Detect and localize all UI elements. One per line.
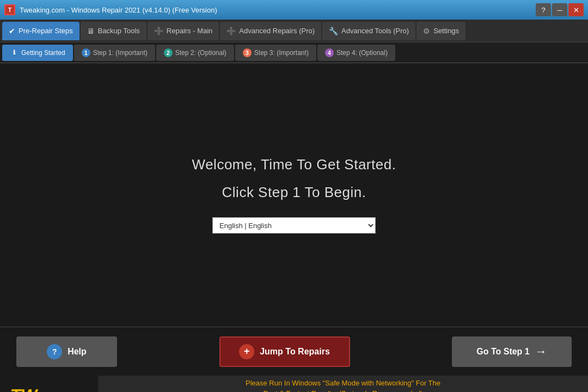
step3-label: Step 3: (Important)	[254, 49, 309, 57]
tab-backup-tools[interactable]: 🖥 Backup Tools	[81, 22, 146, 40]
action-bar: ? Help + Jump To Repairs Go To Step 1 →	[0, 327, 588, 376]
close-button[interactable]: ✕	[568, 3, 584, 16]
tab-step2[interactable]: 2 Step 2: (Optional)	[156, 45, 234, 61]
tab-step1[interactable]: 1 Step 1: (Important)	[74, 45, 155, 61]
safe-mode-text: Please Run In Windows "Safe Mode with Ne…	[246, 378, 440, 393]
title-bar-controls: ? ─ ✕	[536, 3, 584, 16]
tab-advanced-repairs[interactable]: ➕ Advanced Repairs (Pro)	[220, 22, 321, 40]
title-bar: T Tweaking.com - Windows Repair 2021 (v4…	[0, 0, 588, 20]
arrow-right-icon: →	[535, 345, 547, 359]
logo-box: TW EAKING .com	[5, 381, 92, 393]
jump-plus-icon: +	[239, 344, 254, 359]
safe-mode-line2: Best & Fastest Results. (Seriously Recom…	[246, 388, 440, 392]
help-icon: ?	[47, 344, 62, 359]
adv-tools-icon: 🔧	[329, 27, 338, 35]
settings-icon: ⚙	[423, 27, 430, 35]
pre-repair-icon: ✔	[9, 27, 15, 35]
goto-label: Go To Step 1	[476, 347, 529, 357]
repairs-icon: ➕	[154, 27, 163, 35]
step3-num: 3	[243, 48, 252, 57]
step-tabs: ℹ Getting Started 1 Step 1: (Important) …	[0, 42, 588, 63]
jump-to-repairs-button[interactable]: + Jump To Repairs	[219, 336, 350, 367]
footer-right: Please Run In Windows "Safe Mode with Ne…	[98, 378, 588, 393]
tab-pre-repair-label: Pre-Repair Steps	[19, 27, 73, 35]
menu-bar: ✔ Pre-Repair Steps 🖥 Backup Tools ➕ Repa…	[0, 20, 588, 42]
tab-pre-repair[interactable]: ✔ Pre-Repair Steps	[2, 22, 79, 40]
app-icon: T	[4, 4, 15, 15]
begin-text: Click Step 1 To Begin.	[222, 184, 366, 201]
adv-repairs-icon: ➕	[226, 27, 236, 35]
welcome-text: Welcome, Time To Get Started.	[192, 156, 396, 173]
go-to-step-button[interactable]: Go To Step 1 →	[452, 336, 572, 367]
svg-text:T: T	[8, 7, 11, 13]
step4-label: Step 4: (Optional)	[336, 49, 388, 57]
step-info-icon: ℹ	[10, 48, 19, 57]
logo-eaking: EAKING	[37, 389, 88, 393]
help-button[interactable]: ? Help	[16, 336, 117, 367]
step-getting-started-label: Getting Started	[21, 49, 65, 57]
tab-getting-started[interactable]: ℹ Getting Started	[2, 45, 73, 61]
step2-num: 2	[164, 48, 173, 57]
tab-repairs-main[interactable]: ➕ Repairs - Main	[148, 22, 219, 40]
help-window-button[interactable]: ?	[536, 3, 551, 16]
tab-settings-label: Settings	[433, 27, 459, 35]
backup-icon: 🖥	[87, 27, 95, 35]
tab-adv-tools-label: Advanced Tools (Pro)	[341, 27, 409, 35]
jump-label: Jump To Repairs	[260, 347, 330, 357]
step2-label: Step 2: (Optional)	[175, 49, 226, 57]
tab-repairs-label: Repairs - Main	[167, 27, 213, 35]
tab-step4[interactable]: 4 Step 4: (Optional)	[317, 45, 395, 61]
help-label: Help	[68, 347, 87, 357]
safe-mode-line1: Please Run In Windows "Safe Mode with Ne…	[246, 378, 440, 389]
tab-step3[interactable]: 3 Step 3: (Important)	[235, 45, 316, 61]
main-content: Welcome, Time To Get Started. Click Step…	[0, 63, 588, 327]
step1-num: 1	[82, 48, 90, 57]
logo-main: TW EAKING	[10, 385, 88, 393]
footer: TW EAKING .com Please Run In Windows "Sa…	[0, 376, 588, 392]
tab-adv-repairs-label: Advanced Repairs (Pro)	[239, 27, 315, 35]
title-text: Tweaking.com - Windows Repair 2021 (v4.1…	[20, 6, 217, 14]
tab-settings[interactable]: ⚙ Settings	[416, 22, 465, 40]
language-select[interactable]: English | English French | Français Germ…	[212, 217, 376, 234]
language-select-wrapper: English | English French | Français Germ…	[212, 217, 376, 234]
tab-backup-label: Backup Tools	[98, 27, 140, 35]
logo-tw: TW	[10, 385, 37, 393]
minimize-button[interactable]: ─	[552, 3, 567, 16]
step4-num: 4	[325, 48, 334, 57]
tab-advanced-tools[interactable]: 🔧 Advanced Tools (Pro)	[322, 22, 415, 40]
footer-logo: TW EAKING .com	[0, 376, 98, 392]
step1-label: Step 1: (Important)	[93, 49, 148, 57]
title-bar-left: T Tweaking.com - Windows Repair 2021 (v4…	[4, 4, 217, 15]
